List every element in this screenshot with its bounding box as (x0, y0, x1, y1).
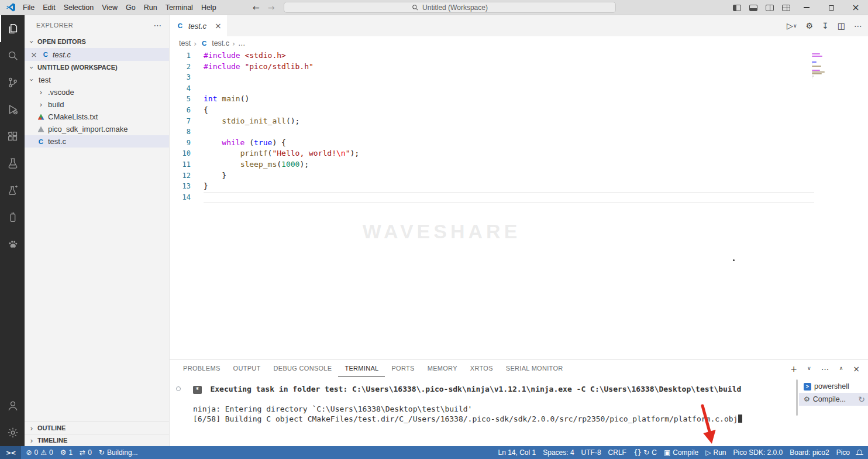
run-file-button[interactable]: ▷∨ (787, 22, 797, 30)
tree-item-pico-sdk-import-cmake[interactable]: pico_sdk_import.cmake (25, 123, 169, 135)
menu-file[interactable]: File (19, 0, 39, 15)
status-port-count[interactable]: ⇄0 (76, 446, 95, 459)
toggle-secondary-sidebar-button[interactable] (762, 0, 778, 15)
status-board[interactable]: Board: pico2 (786, 446, 832, 459)
activity-source-control[interactable] (0, 69, 25, 96)
activity-search[interactable] (0, 42, 25, 69)
code-editor[interactable]: 1#include <stdio.h>2#include "pico/stdli… (170, 50, 868, 359)
code-line-9[interactable]: 9 while (true) { (170, 138, 868, 149)
code-line-13[interactable]: 13} (170, 181, 868, 192)
close-tab-icon[interactable]: × (215, 21, 222, 30)
menu-edit[interactable]: Edit (39, 0, 60, 15)
menu-view[interactable]: View (98, 0, 122, 15)
toggle-panel-button[interactable] (745, 0, 762, 15)
code-line-1[interactable]: 1#include <stdio.h> (170, 50, 868, 61)
activity-account[interactable] (0, 392, 25, 419)
history-forward-icon[interactable]: → (268, 3, 275, 12)
status-language-mode[interactable]: {}↻C (630, 446, 660, 459)
open-editors-header[interactable]: › OPEN EDITORS (25, 35, 169, 48)
menu-run[interactable]: Run (140, 0, 161, 15)
status-building[interactable]: ↻Building... (95, 446, 142, 459)
status-eol[interactable]: CRLF (605, 446, 630, 459)
menu-terminal[interactable]: Terminal (161, 0, 197, 15)
gear-button[interactable]: ⚙ (805, 22, 813, 30)
maximize-button[interactable] (819, 0, 843, 15)
status-run[interactable]: ▷Run (702, 446, 729, 459)
breadcrumb-item-test-c[interactable]: test.c (212, 39, 229, 47)
tree-item-cmakelists-txt[interactable]: CMakeLists.txt (25, 111, 169, 123)
code-line-2[interactable]: 2#include "pico/stdlib.h" (170, 61, 868, 73)
panel-tab-output[interactable]: OUTPUT (227, 360, 267, 377)
tree-item-vscode[interactable]: ›.vscode (25, 86, 169, 98)
code-line-6[interactable]: 6{ (170, 105, 868, 116)
code-line-4[interactable]: 4 (170, 83, 868, 94)
close-button[interactable]: × (843, 0, 868, 15)
status-notifications[interactable] (853, 446, 866, 459)
chevron-up-button[interactable]: ∧ (839, 366, 843, 371)
code-line-12[interactable]: 12 } (170, 170, 868, 181)
status-compile[interactable]: ▣Compile (660, 446, 702, 459)
split-editor-button[interactable]: ◫ (838, 22, 845, 30)
panel-tab-xrtos[interactable]: XRTOS (464, 360, 500, 377)
tree-item-build[interactable]: ›build (25, 98, 169, 111)
code-line-10[interactable]: 10 printf("Hello, world!\n"); (170, 148, 868, 159)
history-back-icon[interactable]: ← (253, 3, 260, 12)
ellipsis-button[interactable]: ⋯ (821, 365, 829, 373)
export-button[interactable]: ↧ (822, 22, 829, 30)
status-remote[interactable]: >< (0, 446, 21, 459)
tree-item-test-c[interactable]: Ctest.c (25, 135, 169, 148)
activity-battery[interactable] (0, 204, 25, 231)
minimize-button[interactable] (794, 0, 819, 15)
menu-selection[interactable]: Selection (60, 0, 98, 15)
code-line-8[interactable]: 8 (170, 126, 868, 138)
activity-testing[interactable] (0, 150, 25, 177)
open-editor-test-c[interactable]: ×Ctest.c (25, 48, 169, 61)
status-cursor-position[interactable]: Ln 14, Col 1 (494, 446, 539, 459)
more-actions-icon[interactable]: ⋯ (154, 20, 162, 30)
panel-tab-terminal[interactable]: TERMINAL (338, 360, 385, 377)
code-line-5[interactable]: 5int main() (170, 94, 868, 105)
menu-help[interactable]: Help (197, 0, 221, 15)
tree-item-test[interactable]: ›test (25, 74, 169, 86)
code-line-11[interactable]: 11 sleep_ms(1000); (170, 159, 868, 170)
status-encoding[interactable]: UTF-8 (578, 446, 605, 459)
status-indentation[interactable]: Spaces: 4 (539, 446, 577, 459)
terminal-task-powershell[interactable]: >powershell (799, 380, 868, 393)
minimap[interactable] (812, 53, 826, 81)
status-pico-sdk[interactable]: Pico SDK: 2.0.0 (730, 446, 787, 459)
status-problems[interactable]: ⊘0⚠0 (22, 446, 56, 459)
panel-tab-problems[interactable]: PROBLEMS (177, 360, 227, 377)
breadcrumb-item-test[interactable]: test (179, 39, 191, 47)
status-pico[interactable]: Pico (833, 446, 853, 459)
terminal-scrollbar[interactable] (796, 379, 798, 416)
status-gear-count[interactable]: ⚙1 (57, 446, 76, 459)
workspace-header[interactable]: › UNTITLED (WORKSPACE) (25, 61, 169, 74)
command-center-search[interactable]: Untitled (Workspace) (284, 2, 616, 13)
close-editor-icon[interactable]: × (29, 50, 39, 59)
terminal[interactable]: * Executing task in folder test: C:\User… (170, 377, 799, 446)
activity-run-debug[interactable] (0, 96, 25, 123)
breadcrumb-item-[interactable]: … (238, 39, 246, 47)
activity-paw[interactable] (0, 231, 25, 258)
activity-extensions[interactable] (0, 123, 25, 150)
panel-tab-debug-console[interactable]: DEBUG CONSOLE (267, 360, 339, 377)
activity-settings[interactable] (0, 419, 25, 446)
section-timeline[interactable]: ›TIMELINE (25, 434, 169, 446)
plus-button[interactable]: + (790, 365, 797, 373)
code-line-7[interactable]: 7 stdio_init_all(); (170, 116, 868, 127)
terminal-task-compile[interactable]: ⚙Compile...↻ (799, 393, 868, 406)
toggle-primary-sidebar-button[interactable] (729, 0, 745, 15)
customize-layout-button[interactable] (778, 0, 794, 15)
code-line-3[interactable]: 3 (170, 72, 868, 83)
section-outline[interactable]: ›OUTLINE (25, 422, 169, 434)
code-line-14[interactable]: 14 (170, 192, 868, 203)
close-panel-button[interactable]: × (853, 365, 860, 373)
menu-go[interactable]: Go (122, 0, 140, 15)
activity-explorer[interactable] (0, 15, 25, 42)
chevron-down-button[interactable]: ∨ (807, 366, 811, 371)
more-actions-button[interactable]: ⋯ (854, 22, 862, 30)
activity-chemistry[interactable] (0, 177, 25, 204)
panel-tab-memory[interactable]: MEMORY (421, 360, 464, 377)
tab-test-c[interactable]: C test.c × (170, 15, 228, 36)
panel-tab-ports[interactable]: PORTS (385, 360, 421, 377)
